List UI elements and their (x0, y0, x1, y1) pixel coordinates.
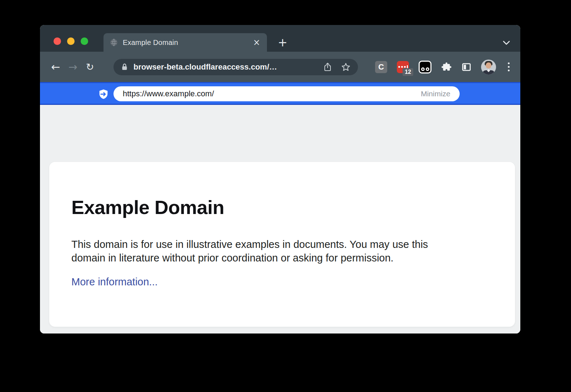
extension-c-icon[interactable]: C (375, 61, 387, 73)
address-bar-url: browser-beta.cloudflareaccess.com/… (133, 62, 323, 72)
tab-close-icon[interactable]: × (251, 37, 262, 48)
zoom-window-button[interactable] (81, 37, 88, 45)
address-bar[interactable]: browser-beta.cloudflareaccess.com/… (113, 59, 358, 75)
body-line-1: This domain is for use in illustrative e… (71, 238, 428, 251)
browser-window: Example Domain × + ← → ↻ browser-beta.cl… (40, 25, 520, 334)
bookmark-star-icon[interactable] (341, 62, 351, 72)
side-panel-icon[interactable] (461, 62, 471, 72)
more-information-link[interactable]: More information... (71, 276, 158, 288)
remote-url-input[interactable] (123, 89, 421, 98)
extension-badge-count: 12 (403, 68, 413, 76)
minimize-window-button[interactable] (67, 37, 75, 45)
extensions-puzzle-icon[interactable] (441, 62, 452, 72)
shield-arrow-icon (97, 88, 110, 100)
browser-menu-icon[interactable] (506, 60, 512, 73)
back-button[interactable]: ← (47, 58, 64, 76)
chevron-down-icon[interactable] (502, 39, 511, 47)
extensions-row: C 12 (375, 60, 512, 75)
reload-button[interactable]: ↻ (81, 58, 98, 76)
close-window-button[interactable] (54, 37, 61, 45)
password-manager-extension-icon[interactable]: 12 (397, 61, 409, 73)
globe-favicon-icon (110, 39, 118, 46)
tab-title: Example Domain (123, 39, 251, 47)
goggles-extension-icon[interactable] (419, 61, 431, 73)
avatar-face (486, 62, 491, 68)
forward-button[interactable]: → (64, 58, 81, 76)
window-controls (54, 37, 88, 45)
page-viewport: Example Domain This domain is for use in… (40, 105, 520, 334)
body-line-2: domain in literature without prior coord… (71, 251, 428, 265)
remote-url-field: Minimize (113, 86, 460, 101)
isolation-url-bar: Minimize (40, 82, 520, 105)
new-tab-button[interactable]: + (276, 35, 290, 50)
page-title: Example Domain (71, 198, 224, 217)
profile-avatar[interactable] (481, 60, 496, 75)
minimize-button[interactable]: Minimize (421, 90, 450, 98)
share-icon[interactable] (323, 62, 332, 72)
tab-example-domain[interactable]: Example Domain × (103, 33, 267, 52)
page-body-text: This domain is for use in illustrative e… (71, 238, 428, 265)
browser-toolbar: ← → ↻ browser-beta.cloudflareaccess.com/… (40, 52, 520, 82)
example-domain-card: Example Domain This domain is for use in… (49, 162, 515, 327)
tab-strip: Example Domain × + (40, 25, 520, 52)
lock-icon (121, 63, 128, 71)
